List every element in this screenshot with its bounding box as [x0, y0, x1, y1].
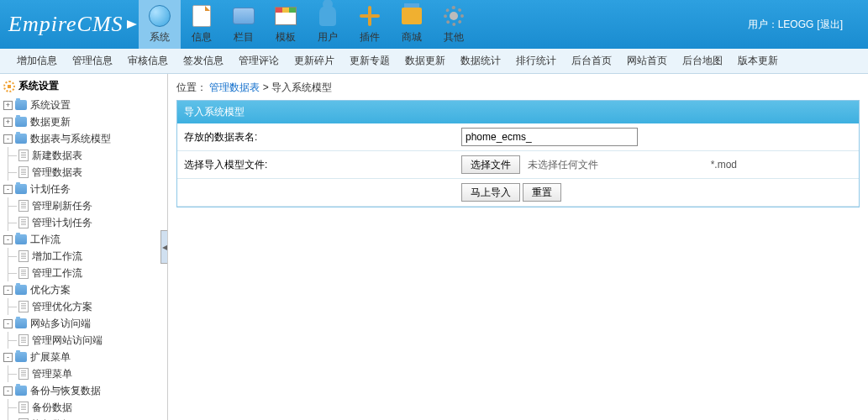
- nav-label: 系统: [150, 30, 170, 45]
- folder-icon: [15, 234, 27, 244]
- tree-toggle[interactable]: +: [3, 101, 13, 110]
- tree-node[interactable]: -优化方案: [3, 281, 164, 298]
- tree-label: 备份数据: [32, 399, 72, 416]
- tree-toggle[interactable]: -: [3, 134, 13, 144]
- nav-shop[interactable]: 商城: [391, 0, 433, 49]
- nav-globe[interactable]: 系统: [139, 0, 181, 49]
- submenu-item[interactable]: 排行统计: [516, 54, 556, 68]
- tree-toggle[interactable]: -: [3, 386, 13, 396]
- tree-node[interactable]: 管理网站访问端: [18, 332, 164, 349]
- file-icon: [18, 301, 29, 312]
- nav-doc[interactable]: 信息: [181, 0, 223, 49]
- tree-node[interactable]: 新建数据表: [18, 147, 164, 164]
- tree-node[interactable]: -扩展菜单: [3, 349, 164, 365]
- folder-icon: [15, 184, 27, 194]
- tree-node[interactable]: -备份与恢复数据: [3, 382, 164, 399]
- folder-icon: [233, 8, 255, 24]
- tree-toggle[interactable]: -: [3, 235, 13, 244]
- tree-node[interactable]: -网站多访问端: [3, 315, 164, 332]
- gear-icon: [444, 6, 464, 26]
- reset-button[interactable]: 重置: [523, 183, 561, 202]
- nav-plugin[interactable]: 插件: [349, 0, 391, 49]
- file-icon: [18, 368, 29, 380]
- shop-icon: [402, 8, 422, 24]
- breadcrumb-link[interactable]: 管理数据表: [209, 81, 260, 93]
- sidebar-title: 系统设置: [3, 79, 164, 93]
- tree-node[interactable]: -计划任务: [3, 181, 164, 197]
- gear-icon: [3, 81, 15, 92]
- sidebar-tree: +系统设置+数据更新-数据表与系统模型新建数据表管理数据表-计划任务管理刷新任务…: [3, 97, 164, 420]
- file-icon: [18, 166, 29, 178]
- plugin-icon: [360, 6, 380, 26]
- tree-node[interactable]: 管理刷新任务: [18, 197, 164, 214]
- submenu-item[interactable]: 网站首页: [627, 54, 667, 68]
- tree-node[interactable]: 管理数据表: [18, 164, 164, 181]
- submenu-item[interactable]: 更新碎片: [294, 54, 334, 68]
- submenu-item[interactable]: 签发信息: [183, 54, 224, 68]
- file-icon: [18, 267, 29, 279]
- tree-node[interactable]: 增加工作流: [18, 248, 164, 265]
- tree-node[interactable]: 备份数据: [18, 399, 164, 416]
- tree-label: 管理网站访问端: [32, 332, 103, 349]
- collapse-handle[interactable]: ◀: [160, 230, 167, 264]
- tree-node[interactable]: 管理工作流: [18, 265, 164, 281]
- tree-label: 新建数据表: [32, 147, 82, 164]
- nav-label: 栏目: [234, 30, 254, 45]
- tree-toggle[interactable]: -: [3, 286, 13, 295]
- tree-node[interactable]: 管理计划任务: [18, 214, 164, 231]
- submenu-item[interactable]: 管理评论: [239, 54, 279, 68]
- submenu-item[interactable]: 管理信息: [72, 54, 113, 68]
- submenu-item[interactable]: 增加信息: [17, 54, 57, 68]
- tree-label: 数据表与系统模型: [30, 130, 111, 147]
- tree-label: 扩展菜单: [30, 349, 71, 365]
- user-name: LEOGG: [778, 18, 814, 30]
- submenu-item[interactable]: 审核信息: [128, 54, 168, 68]
- folder-icon: [15, 134, 27, 144]
- tree-node[interactable]: 恢复数据: [18, 416, 164, 420]
- main-nav: 系统信息栏目模板用户插件商城其他: [139, 0, 475, 49]
- tree-node[interactable]: +系统设置: [3, 97, 164, 113]
- submenu-item[interactable]: 更新专题: [350, 54, 390, 68]
- logo: EmpireCMS: [0, 0, 139, 49]
- panel-body: 存放的数据表名: 选择导入模型文件: 选择文件 未选择任何文件 *.mod: [177, 123, 859, 207]
- tree-label: 工作流: [30, 231, 60, 248]
- globe-icon: [149, 5, 171, 27]
- nav-user[interactable]: 用户: [307, 0, 349, 49]
- file-ext: *.mod: [711, 159, 737, 171]
- tree-node[interactable]: +数据更新: [3, 113, 164, 130]
- nav-label: 插件: [360, 30, 380, 45]
- submenu-item[interactable]: 后台首页: [571, 54, 612, 68]
- tree-node[interactable]: -数据表与系统模型: [3, 130, 164, 147]
- submenu-item[interactable]: 数据更新: [405, 54, 445, 68]
- tree-label: 管理数据表: [32, 164, 82, 181]
- tree-label: 计划任务: [30, 181, 71, 197]
- tree-toggle[interactable]: -: [3, 353, 13, 362]
- tree-toggle[interactable]: -: [3, 185, 13, 194]
- file-icon: [18, 334, 29, 346]
- submenu-item[interactable]: 后台地图: [682, 54, 723, 68]
- file-icon: [18, 250, 29, 262]
- logo-text: EmpireCMS: [8, 12, 124, 37]
- submenu-item[interactable]: 数据统计: [460, 54, 501, 68]
- breadcrumb: 位置： 管理数据表 > 导入系统模型: [176, 81, 860, 95]
- doc-icon: [192, 5, 211, 27]
- table-name-input[interactable]: [461, 128, 638, 146]
- choose-file-button[interactable]: 选择文件: [461, 155, 520, 174]
- tree-node[interactable]: 管理优化方案: [18, 298, 164, 315]
- submenu-item[interactable]: 版本更新: [738, 54, 778, 68]
- logout-link[interactable]: [退出]: [817, 18, 843, 32]
- nav-window[interactable]: 模板: [265, 0, 307, 49]
- tree-node[interactable]: 管理菜单: [18, 365, 164, 382]
- panel-header: 导入系统模型: [177, 101, 859, 123]
- tree-node[interactable]: -工作流: [3, 231, 164, 248]
- tree-label: 恢复数据: [32, 416, 72, 420]
- tree-toggle[interactable]: -: [3, 319, 13, 328]
- nav-folder[interactable]: 栏目: [223, 0, 265, 49]
- folder-icon: [15, 100, 27, 110]
- nav-label: 其他: [444, 30, 464, 45]
- import-button[interactable]: 马上导入: [461, 183, 520, 202]
- breadcrumb-prefix: 位置：: [176, 81, 207, 93]
- tree-toggle[interactable]: +: [3, 118, 13, 127]
- file-label: 选择导入模型文件:: [177, 151, 455, 179]
- nav-gear[interactable]: 其他: [433, 0, 475, 49]
